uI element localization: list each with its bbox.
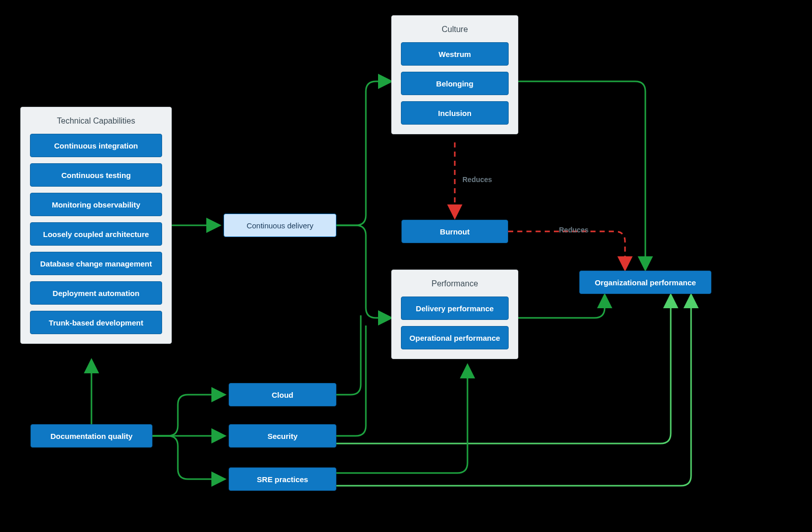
performance-item: Delivery performance: [401, 297, 509, 320]
node-continuous-delivery: Continuous delivery: [224, 214, 336, 237]
edge-label-reduces: Reduces: [559, 226, 588, 234]
panel-technical-capabilities: Technical Capabilities Continuous integr…: [20, 107, 172, 344]
tech-item: Monitoring observability: [30, 193, 162, 216]
performance-item: Operational performance: [401, 326, 509, 349]
tech-item: Continuous integration: [30, 134, 162, 157]
panel-performance: Performance Delivery performance Operati…: [391, 270, 518, 359]
tech-item: Database change management: [30, 252, 162, 275]
panel-title: Technical Capabilities: [30, 116, 162, 126]
node-security: Security: [229, 424, 336, 448]
culture-item: Belonging: [401, 72, 509, 95]
tech-item: Deployment automation: [30, 281, 162, 305]
node-documentation-quality: Documentation quality: [30, 424, 152, 448]
node-sre-practices: SRE practices: [229, 467, 336, 491]
edge-label-reduces: Reduces: [462, 175, 492, 184]
node-cloud: Cloud: [229, 383, 336, 406]
panel-culture: Culture Westrum Belonging Inclusion: [391, 15, 518, 134]
culture-item: Westrum: [401, 42, 509, 66]
tech-item: Trunk-based development: [30, 311, 162, 334]
culture-item: Inclusion: [401, 101, 509, 125]
tech-item: Loosely coupled architecture: [30, 222, 162, 246]
node-organizational-performance: Organizational performance: [579, 271, 711, 294]
diagram-stage: Technical Capabilities Continuous integr…: [0, 0, 812, 532]
panel-title: Performance: [401, 279, 509, 288]
node-burnout: Burnout: [401, 220, 508, 243]
panel-title: Culture: [401, 25, 509, 34]
tech-item: Continuous testing: [30, 163, 162, 187]
